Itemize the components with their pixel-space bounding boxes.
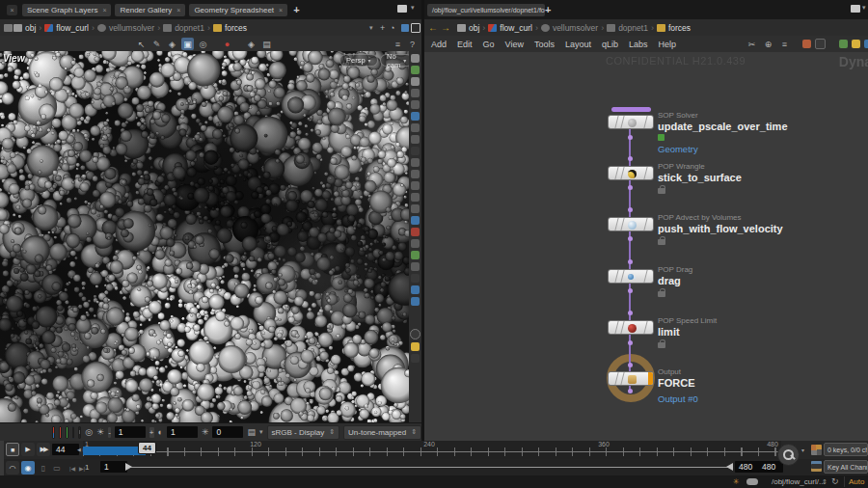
tonemap-dropdown[interactable]: Un-tone-mapped⇕ [343,425,421,440]
current-frame-marker[interactable]: 44 [138,442,156,454]
node-body[interactable] [608,371,654,386]
wire-connector-dot[interactable] [628,259,633,264]
circle-icon[interactable] [411,274,420,283]
color-channel-all-icon[interactable] [52,426,55,439]
path-dropdown-icon[interactable]: ▾ [369,24,373,32]
sparkle-icon[interactable]: ✳ [733,477,740,486]
channel-editor-icon[interactable] [811,461,822,472]
close-icon[interactable]: × [176,7,180,14]
axis-icon[interactable] [411,262,420,271]
tab-network-path[interactable]: /obj/flow_curl/vellumsolver/dopnet1/forc… [427,4,545,16]
wire-connector-dot[interactable] [628,236,633,241]
realtime-toggle-icon[interactable]: ◉ [21,461,35,474]
colorspace-dropdown[interactable]: sRGB - Display⇕ [267,425,340,440]
pin-icon[interactable] [411,89,420,97]
context-path-dropdown[interactable]: /obj/flow_curl/... [772,477,826,486]
lock-icon[interactable] [411,77,420,86]
draw-mode-icon[interactable] [411,216,420,225]
play-button[interactable]: ▶ [21,443,35,456]
integer-frames-icon[interactable]: ▯ [37,461,50,474]
snapshot-icon[interactable]: ▤ [260,38,273,50]
menu-labs[interactable]: Labs [629,40,648,49]
wire-connector-dot[interactable] [628,156,633,161]
color-channel-red-icon[interactable] [59,426,62,439]
range-start-field[interactable]: 1 [100,461,127,473]
gamma-icon[interactable]: ☀ [96,426,104,439]
network-chain-icon[interactable] [4,24,13,32]
grid-icon[interactable] [815,39,826,49]
breadcrumb-flow-curl[interactable]: flow_curl [44,23,89,33]
close-icon[interactable]: × [279,7,283,14]
help-icon[interactable]: ? [406,38,419,50]
background-icon[interactable] [411,285,420,294]
wire-connector-dot[interactable] [628,363,633,367]
points-icon[interactable] [411,147,420,155]
pane-maximize-icon[interactable] [397,5,407,13]
camera-select-button[interactable]: No cam▾ [380,54,409,67]
wireframe-icon[interactable] [411,135,420,144]
lut-icon[interactable]: ▤ [247,426,256,439]
pane-maximize-icon[interactable] [851,5,860,13]
pane-grip[interactable] [0,441,4,459]
tools-wrench-icon[interactable]: ✂ [746,38,758,50]
menu-edit[interactable]: Edit [457,40,473,49]
view-icon[interactable] [411,54,420,63]
parameters-icon[interactable]: ⊕ [762,38,774,50]
breadcrumb-obj[interactable]: obj [457,23,479,33]
keys-summary-button[interactable]: 0 keys, 0/0 chan [824,443,868,456]
color-channel-alpha-icon[interactable] [78,426,81,439]
gamma-field[interactable]: 1 [167,426,198,438]
range-end-handle[interactable] [726,463,733,471]
wire-connector-dot[interactable] [628,185,633,190]
timeline-ruler[interactable]: 1 120 240 360 480 44 [83,441,781,459]
gem-icon[interactable] [411,239,420,248]
cloud-icon[interactable] [746,478,758,485]
node-body[interactable] [608,115,654,129]
brightness-icon[interactable]: ✳ [202,426,209,439]
breadcrumb-forces[interactable]: forces [213,23,247,33]
particle-icon[interactable] [411,181,420,190]
menu-help[interactable]: Help [659,40,677,49]
menu-qlib[interactable]: qLib [602,40,618,49]
pane-menu-icon[interactable]: ▾ [862,4,866,12]
key-all-channels-button[interactable]: Key All Channels [824,460,868,474]
menu-add[interactable]: Add [431,40,447,49]
auto-key-icon[interactable]: ▭ [50,461,64,474]
lighting-icon[interactable] [411,112,420,121]
breadcrumb-dopnet1[interactable]: dopnet1 [163,23,204,33]
menu-go[interactable]: Go [483,40,495,49]
view-tool-icon[interactable]: ↖ [135,38,148,50]
tab-render-gallery[interactable]: Render Gallery × [115,4,185,16]
sprite-icon[interactable] [411,193,420,202]
headlight-icon[interactable] [411,297,420,306]
color-palette-icon[interactable] [802,40,811,48]
material-icon[interactable] [411,251,420,259]
breadcrumb-vellumsolver[interactable]: vellumsolver [541,23,598,33]
node-body[interactable] [608,217,654,231]
select-tool-icon[interactable]: ✎ [150,38,163,50]
display-sort-icon[interactable]: ≡ [392,38,404,50]
breadcrumb-dopnet1[interactable]: dopnet1 [607,23,648,33]
refresh-icon[interactable]: ↻ [831,476,839,486]
background-image-icon[interactable] [864,40,868,48]
exposure-plus-button[interactable]: + [149,427,154,438]
chevron-down-icon[interactable]: ▾ [259,428,263,436]
current-frame-field[interactable]: 44 [52,444,79,455]
link-icon[interactable] [401,24,409,32]
range-end-field[interactable]: 480 [735,461,760,473]
breadcrumb-obj[interactable]: obj [14,23,36,33]
culling-icon[interactable] [411,228,420,236]
menu-view[interactable]: View [505,40,524,49]
image-plane-icon[interactable] [839,40,848,48]
pin-icon[interactable]: + [380,23,385,33]
node-body[interactable] [608,269,654,284]
tab-geometry-spreadsheet[interactable]: Geometry Spreadsheet × [189,4,287,16]
network-editor[interactable]: CONFIDENTIAL H21.0.439 Dyna SOP Solver u… [424,52,868,441]
handles-tool-icon[interactable]: ▣ [181,38,194,50]
flipbook-icon[interactable]: ◈ [245,38,258,50]
new-tab-button[interactable]: + [545,4,551,15]
view-region-icon[interactable]: ◎ [197,38,209,50]
wire-connector-dot[interactable] [628,340,633,345]
list-icon[interactable]: ≡ [778,38,791,50]
wire-connector-dot[interactable] [628,135,633,140]
